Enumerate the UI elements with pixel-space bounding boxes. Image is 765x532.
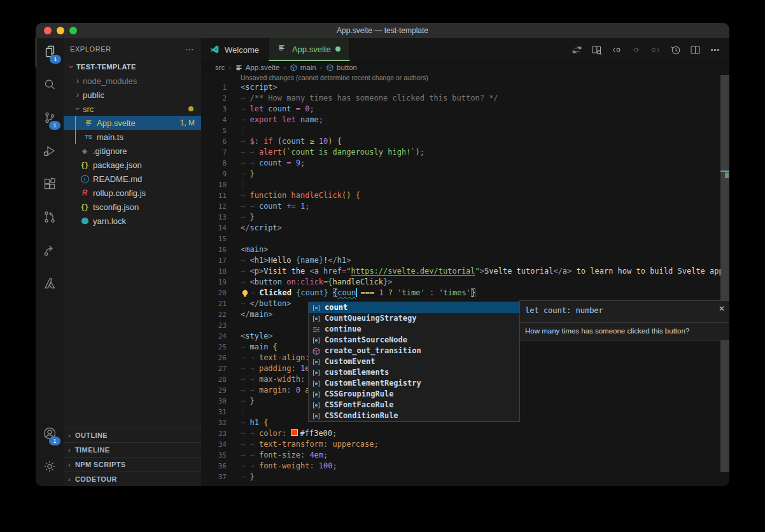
close-button[interactable] — [44, 27, 52, 34]
compare-changes-icon[interactable] — [570, 43, 584, 57]
code-line[interactable]: 14</script> — [201, 223, 729, 234]
tab-welcome[interactable]: Welcome — [201, 38, 269, 61]
suggestion-countqueuingstrategy[interactable]: CountQueuingStrategy — [309, 313, 519, 324]
code-line[interactable]: 10│ — [201, 179, 729, 190]
line-number: 28 — [201, 374, 227, 385]
suggestion-cssconditionrule[interactable]: CSSConditionRule — [309, 410, 519, 421]
activity-item-extensions[interactable] — [36, 171, 64, 200]
code-line[interactable]: 17→ <h1>Hello {name}!</h1> — [201, 255, 729, 266]
code-line[interactable]: 8→ → count = 9; — [201, 158, 729, 169]
tree-file-yarn-lock[interactable]: yarn.lock — [64, 214, 201, 228]
code-line[interactable]: 12→ → count += 1; — [201, 201, 729, 212]
suggestion-create_out_transition[interactable]: create_out_transition — [309, 346, 519, 356]
symbol-variable-icon — [312, 336, 321, 345]
code-line[interactable]: 37→ } — [201, 472, 729, 482]
activity-item-github-pull-requests[interactable] — [36, 204, 64, 233]
code-line-content: → <button on:click={handleClick}> — [227, 277, 393, 288]
code-line[interactable]: 20→ Clicked {count} {coun === 1 ? 'time'… — [201, 288, 729, 298]
tree-file-rollup-config-js[interactable]: Rrollup.config.js — [64, 186, 201, 200]
code-line-content: → /** How many times has someone clicked… — [227, 93, 498, 104]
activity-item-explorer[interactable]: 1 — [36, 38, 64, 67]
tree-file-readme-md[interactable]: iREADME.md — [64, 172, 201, 186]
code-line[interactable]: 34→ → text-transform: uppercase; — [201, 439, 729, 450]
code-editor[interactable]: Unsaved changes (cannot determine recent… — [201, 74, 729, 486]
history-icon[interactable] — [668, 43, 682, 57]
breadcrumb-item-button[interactable]: button — [337, 64, 357, 71]
lightbulb-icon[interactable] — [241, 289, 249, 297]
sidebar-section-codetour[interactable]: ›CODETOUR — [64, 472, 201, 486]
previous-change-icon[interactable] — [609, 43, 623, 57]
current-change-icon[interactable] — [629, 43, 643, 57]
sidebar-section-timeline[interactable]: ›TIMELINE — [64, 442, 201, 457]
suggestion-constantsourcenode[interactable]: ConstantSourceNode — [309, 335, 519, 346]
suggestion-continue[interactable]: continue — [309, 324, 519, 335]
sidebar-section-outline[interactable]: ›OUTLINE — [64, 428, 201, 442]
code-line[interactable]: 15 — [201, 234, 729, 244]
suggestion-customelementregistry[interactable]: CustomElementRegistry — [309, 378, 519, 389]
code-line[interactable]: 5│ — [201, 125, 729, 136]
breadcrumb-item-main[interactable]: main — [300, 64, 316, 71]
code-line[interactable]: 3→ let count = 0; — [201, 104, 729, 115]
code-line[interactable]: 36→ → font-weight: 100; — [201, 461, 729, 472]
tree-file-package-json[interactable]: {}package.json — [64, 158, 201, 172]
suggestion-customevent[interactable]: CustomEvent — [309, 356, 519, 367]
tree-file-app-svelte[interactable]: App.svelte1, M — [64, 116, 201, 130]
code-line[interactable]: 4→ export let name; — [201, 115, 729, 125]
activity-item-source-control[interactable]: 1 — [36, 104, 64, 134]
suggestion-label: continue — [325, 324, 361, 335]
activity-item-accounts[interactable]: 1 — [36, 420, 64, 449]
more-actions-icon[interactable]: ⋯ — [185, 44, 195, 54]
activity-item-azure[interactable] — [36, 270, 64, 299]
line-number: 21 — [201, 298, 227, 309]
code-line[interactable]: 7→ → alert(`count is dangerously high!`)… — [201, 147, 729, 158]
suggestion-count[interactable]: count — [309, 302, 519, 313]
chevron-right-icon: › — [64, 446, 75, 454]
line-number: 35 — [201, 450, 227, 461]
code-line[interactable]: 19→ <button on:click={handleClick}> — [201, 277, 729, 288]
tree-folder-src[interactable]: ›src — [64, 102, 201, 116]
tree-folder-node-modules[interactable]: ›node_modules — [64, 74, 201, 88]
suggestion-label: CSSGroupingRule — [325, 389, 393, 400]
suggestion-customelements[interactable]: customElements — [309, 367, 519, 378]
zoom-button[interactable] — [69, 27, 77, 34]
line-number: 34 — [201, 439, 227, 450]
code-line[interactable]: 6→ $: if (count ≥ 10) { — [201, 136, 729, 147]
code-line[interactable]: 1<script> — [201, 82, 729, 93]
tree-file--gitignore[interactable]: ◆.gitignore — [64, 144, 201, 158]
activity-item-settings[interactable] — [36, 453, 64, 482]
more-actions-icon[interactable] — [708, 43, 722, 57]
next-change-icon[interactable] — [649, 43, 663, 57]
tree-folder-public[interactable]: ›public — [64, 88, 201, 102]
breadcrumb[interactable]: src›App.svelte›main›button — [201, 61, 729, 74]
code-line-content: → } — [227, 472, 255, 482]
activity-item-search[interactable] — [36, 71, 64, 101]
scrollbar[interactable] — [720, 75, 729, 472]
code-line[interactable]: 33→ → color: #ff3e00; — [201, 428, 729, 439]
code-line[interactable]: 16<main> — [201, 244, 729, 255]
symbol-variable-icon — [312, 304, 321, 312]
tree-file-main-ts[interactable]: TSmain.ts — [64, 130, 201, 144]
close-icon[interactable]: ✕ — [719, 304, 725, 313]
sidebar-section-npm-scripts[interactable]: ›NPM SCRIPTS — [64, 457, 201, 472]
code-line[interactable]: 13→ } — [201, 212, 729, 223]
code-line[interactable]: 9→ } — [201, 169, 729, 179]
code-line[interactable]: 18→ <p>Visit the <a href="https://svelte… — [201, 266, 729, 277]
line-number: 12 — [201, 201, 227, 212]
activity-item-run-debug[interactable] — [36, 137, 64, 167]
code-line[interactable]: 11→ function handleClick() { — [201, 190, 729, 201]
activity-item-live-share[interactable] — [36, 237, 64, 266]
code-line[interactable]: 35→ → font-size: 4em; — [201, 450, 729, 461]
minimize-button[interactable] — [57, 27, 64, 34]
titlebar[interactable]: App.svelte — test-template — [36, 23, 729, 38]
suggestion-cssfontfacerule[interactable]: CSSFontFaceRule — [309, 400, 519, 410]
tab-app-svelte[interactable]: App.svelte — [269, 38, 350, 61]
symbol-variable-icon — [312, 379, 321, 388]
tree-file-tsconfig-json[interactable]: {}tsconfig.json — [64, 200, 201, 214]
suggestion-cssgroupingrule[interactable]: CSSGroupingRule — [309, 389, 519, 400]
breadcrumb-item-app-svelte[interactable]: App.svelte — [246, 64, 280, 71]
split-editor-icon[interactable] — [688, 43, 702, 57]
code-line[interactable]: 2→ /** How many times has someone clicke… — [201, 93, 729, 104]
breadcrumb-item-src[interactable]: src — [215, 64, 225, 71]
open-preview-icon[interactable] — [589, 43, 603, 57]
tree-folder-test-template[interactable]: ›TEST-TEMPLATE — [64, 60, 201, 74]
